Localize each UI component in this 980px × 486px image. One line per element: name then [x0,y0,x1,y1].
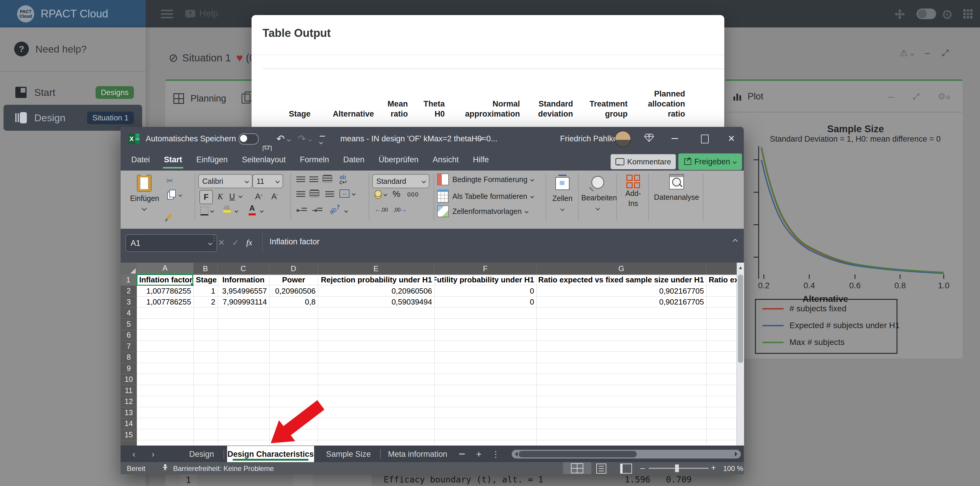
help-button[interactable]: ? Help [185,8,218,19]
cell-C2[interactable]: 3,954996557 [218,286,269,297]
underline-button[interactable]: U [226,190,238,203]
italic-button[interactable]: K [214,190,226,203]
plot-expand-icon[interactable] [912,92,920,100]
cell-B2[interactable]: 1 [194,286,218,297]
theme-toggle[interactable] [916,8,936,19]
share-button[interactable]: Freigeben [678,153,742,170]
row-header-3[interactable]: 3 [121,296,137,308]
cut-icon[interactable]: ✂ [166,176,173,186]
row-header-12[interactable]: 12 [121,396,137,408]
align-center-icon[interactable] [309,190,320,197]
cells-button[interactable]: Zellen [549,174,576,211]
sidebar-item-start[interactable]: Start Designs [3,80,142,105]
expand-icon[interactable] [941,48,950,57]
row-header-11[interactable]: 11 [121,385,137,396]
column-header-B[interactable]: B [194,263,218,274]
enter-formula-icon[interactable]: ✓ [232,234,239,251]
cell-F1[interactable]: Futility probability under H1 [434,274,536,286]
cell-E1[interactable]: Rejection probability under H1 [318,274,434,286]
minimize-icon[interactable]: – [925,48,930,59]
align-top-icon[interactable] [296,177,305,183]
workbook-filename[interactable]: means - IN design 'OF' kMax=2 thetaH0=0.… [340,134,498,143]
comments-button[interactable]: Kommentare [611,154,676,169]
vertical-scrollbar[interactable]: ▲ [737,263,744,446]
sheet-menu-button[interactable]: ⋮ [490,446,502,462]
addins-button[interactable]: Add- Ins [620,174,646,208]
currency-icon[interactable] [375,190,382,197]
warning-icon[interactable]: ⚠ [899,47,914,59]
zoom-in-button[interactable]: + [711,463,716,472]
row-header-8[interactable]: 8 [121,352,137,363]
tab-ueberpruefen[interactable]: Überprüfen [379,155,418,167]
quick-access-caret-icon[interactable] [320,136,325,147]
cell-F2[interactable]: 0 [434,286,536,297]
align-bottom-icon[interactable] [322,175,332,182]
scroll-right-arrow-icon[interactable] [735,452,740,456]
cell-B1[interactable]: Stage [194,274,218,286]
settings-gear-icon[interactable]: ⚙ [941,7,953,22]
sheet-tab-design[interactable]: Design [182,446,221,462]
heart-icon[interactable]: ♥ [236,52,243,64]
row-header-9[interactable]: 9 [121,363,137,374]
zoom-out-button[interactable]: – [640,463,645,473]
tab-einfuegen[interactable]: Einfügen [196,155,228,167]
accessibility-status[interactable]: Barrierefreiheit: Keine Probleme [173,464,274,473]
tab-start[interactable]: Start [164,155,182,167]
editing-button[interactable]: Bearbeiten [581,174,614,211]
duplicate-icon[interactable] [242,94,250,104]
cell-A2[interactable]: 1,007786255 [137,286,194,297]
wrap-text-icon[interactable]: abc↵ [339,175,347,185]
column-header-A[interactable]: A [137,263,194,274]
tab-seitenlayout[interactable]: Seitenlayout [242,155,286,167]
add-sheet-button[interactable]: + [472,446,485,462]
column-header-D[interactable]: D [269,263,318,274]
paste-button[interactable]: Einfügen [130,175,158,211]
hamburger-menu-icon[interactable] [161,10,173,20]
cell-C3[interactable]: 7,909993114 [218,296,269,308]
cell-B3[interactable]: 2 [194,296,218,308]
window-maximize-button[interactable] [701,135,709,143]
font-color-icon[interactable]: A [248,204,256,215]
remove-decimal-icon[interactable]: ,00→ [393,206,407,213]
cell-D3[interactable]: 0,8 [269,296,318,308]
column-header-H[interactable] [706,263,737,274]
row-header-4[interactable]: 4 [121,308,137,319]
font-name-select[interactable]: Calibri [198,174,253,188]
row-header-6[interactable]: 6 [121,330,137,341]
tab-datei[interactable]: Datei [131,155,150,167]
insert-function-icon[interactable]: fx [246,234,252,251]
tab-ansicht[interactable]: Ansicht [433,155,459,167]
copy-icon[interactable] [167,192,174,199]
redo-icon[interactable]: ↷ [298,133,312,145]
cell-F3[interactable]: 0 [434,296,536,308]
zoom-level[interactable]: 100 % [723,464,743,473]
row-header-14[interactable]: 14 [121,418,137,430]
undo-icon[interactable]: ↶ [276,133,290,145]
format-as-table-button[interactable]: Als Tabelle formatieren [437,190,533,203]
sheet-tabs-overflow[interactable]: ••• [454,446,470,462]
row-header-7[interactable]: 7 [121,341,137,352]
sheet-nav-prev[interactable]: ‹ [127,446,141,462]
orientation-icon[interactable]: ab↗ [328,202,342,216]
column-header-C[interactable]: C [218,263,269,274]
format-painter-icon[interactable] [166,214,172,220]
vertical-scroll-thumb[interactable] [738,274,743,363]
bold-button[interactable]: F [199,190,213,204]
name-box[interactable]: A1 [125,234,217,252]
row-header-13[interactable]: 13 [121,407,137,418]
cell-A3[interactable]: 1,007786255 [137,296,194,308]
cell-G3[interactable]: 0,902167705 [536,296,706,308]
data-analysis-button[interactable]: Datenanalyse [651,174,702,202]
user-name[interactable]: Friedrich Pahlke [560,134,617,143]
align-right-icon[interactable] [325,191,334,198]
tab-hilfe[interactable]: Hilfe [473,155,489,167]
sheet-nav-next[interactable]: › [146,446,161,462]
row-header-5[interactable]: 5 [121,319,137,330]
apps-grid-icon[interactable] [963,9,973,19]
horizontal-scroll-thumb[interactable] [519,451,637,457]
formula-input[interactable]: Inflation factor [270,237,320,246]
scroll-left-arrow-icon[interactable] [513,452,517,456]
row-header-2[interactable]: 2 [121,286,137,297]
number-format-select[interactable]: Standard [372,174,430,188]
decrease-indent-icon[interactable]: ⇤ [296,207,307,214]
